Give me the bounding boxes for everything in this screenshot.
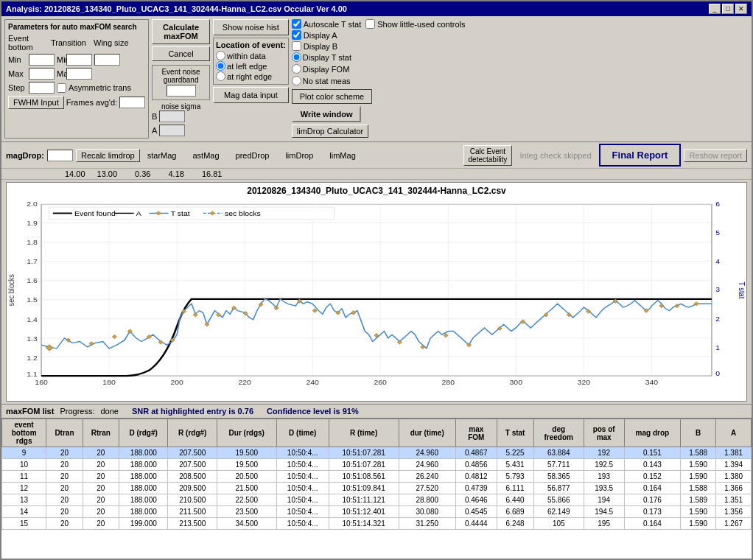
- table-cell: 58.365: [533, 471, 584, 483]
- table-cell: 1.381: [716, 447, 752, 459]
- show-little-used-checkbox[interactable]: [365, 19, 375, 29]
- step-label: Step: [8, 83, 27, 92]
- final-report-button[interactable]: Final Report: [599, 144, 682, 167]
- reshow-report-button[interactable]: Reshow report: [684, 149, 747, 162]
- svg-text:1.6: 1.6: [27, 277, 38, 284]
- table-cell: 211.500: [168, 506, 217, 518]
- close-button[interactable]: ✕: [735, 4, 747, 14]
- noise-b-input[interactable]: 0.14: [159, 111, 185, 122]
- table-cell: 20: [46, 459, 83, 471]
- calculate-button[interactable]: Calculate maxFOM: [152, 19, 210, 44]
- table-cell: 10:50:4...: [276, 483, 329, 494]
- svg-text:1.2: 1.2: [27, 354, 38, 361]
- write-window-button[interactable]: Write window: [292, 106, 362, 122]
- noise-b-label: B: [152, 112, 157, 121]
- max-transition-input[interactable]: 20: [66, 68, 92, 80]
- at-right-edge-radio[interactable]: [216, 71, 225, 81]
- table-cell: 31.250: [399, 518, 455, 530]
- recalc-limdrop-button[interactable]: Recalc limdrop: [76, 149, 140, 162]
- main-content: Parameters for auto maxFOM search Event …: [1, 16, 752, 559]
- params-title: Parameters for auto maxFOM search: [8, 23, 145, 31]
- noise-a-input[interactable]: 0.10: [159, 125, 185, 136]
- step-input[interactable]: 1: [29, 82, 55, 94]
- no-stat-radio[interactable]: [292, 76, 301, 85]
- table-cell: 10:50:4...: [276, 494, 329, 506]
- table-row[interactable]: 142020188.000211.50023.50010:50:4...10:5…: [2, 506, 752, 518]
- asymmetric-checkbox[interactable]: [57, 83, 66, 93]
- autoscale-checkbox[interactable]: [292, 19, 301, 29]
- col-dur-time: dur (time): [399, 419, 455, 447]
- table-cell: 19.500: [217, 447, 276, 459]
- chart-area: 20120826_134340_Pluto_UCAC3_141_302444-H…: [6, 182, 747, 402]
- table-row[interactable]: 122020188.000209.50021.50010:50:4...10:5…: [2, 483, 752, 494]
- display-fom-radio[interactable]: [292, 64, 301, 74]
- table-cell: 20: [83, 518, 119, 530]
- table-row[interactable]: 152020199.000213.50034.50010:50:4...10:5…: [2, 518, 752, 530]
- lim-mag-value: 16.81: [202, 169, 223, 178]
- min-transition-input[interactable]: 20: [66, 54, 92, 66]
- table-cell: 193: [584, 471, 624, 483]
- svg-text:1.9: 1.9: [27, 220, 38, 227]
- mag-drop-label: magDrop:: [6, 151, 44, 160]
- table-row[interactable]: 92020188.000207.50019.50010:50:4...10:51…: [2, 447, 752, 459]
- table-cell: 0.151: [624, 447, 681, 459]
- svg-text:260: 260: [374, 379, 388, 386]
- maxfom-list-label: maxFOM list: [6, 407, 54, 416]
- lim-drop-calc-button[interactable]: limDrop Calculator: [292, 125, 368, 138]
- show-noise-hist-button[interactable]: Show noise hist: [213, 19, 289, 35]
- table-cell: 1.267: [716, 518, 752, 530]
- table-row[interactable]: 112020188.000208.50020.50010:50:4...10:5…: [2, 471, 752, 483]
- display-b-checkbox[interactable]: [292, 41, 301, 51]
- table-container[interactable]: eventbottomrdgs Dtran Rtran D (rdg#) R (…: [1, 419, 752, 559]
- maximize-button[interactable]: □: [722, 4, 734, 14]
- min-row: Min 5 Min 20 200: [8, 54, 145, 66]
- mag-data-input-button[interactable]: Mag data input: [213, 87, 289, 103]
- table-cell: 20: [83, 483, 119, 494]
- col-mag-drop: mag drop: [624, 419, 681, 447]
- table-cell: 209.500: [168, 483, 217, 494]
- top-panel: Parameters for auto maxFOM search Event …: [1, 16, 752, 142]
- svg-text:sec blocks: sec blocks: [225, 210, 261, 217]
- max-event-input[interactable]: 20: [29, 68, 55, 80]
- col-b: B: [681, 419, 716, 447]
- table-cell: 57.711: [533, 459, 584, 471]
- display-t-radio[interactable]: [292, 52, 301, 62]
- mag-drop-input[interactable]: 0.36: [47, 150, 73, 161]
- cancel-button[interactable]: Cancel: [152, 46, 210, 61]
- display-a-checkbox[interactable]: [292, 30, 301, 40]
- plot-color-scheme-button[interactable]: Plot color scheme: [292, 89, 372, 104]
- col-dtran: Dtran: [46, 419, 83, 447]
- table-cell: 207.500: [168, 459, 217, 471]
- table-cell: 5.793: [497, 471, 533, 483]
- table-cell: 6.111: [497, 483, 533, 494]
- wing-size-input[interactable]: 200: [94, 54, 120, 66]
- table-cell: 1.356: [716, 506, 752, 518]
- within-data-radio[interactable]: [216, 51, 225, 60]
- table-cell: 15: [2, 518, 46, 530]
- table-cell: 188.000: [119, 459, 168, 471]
- confidence-label: Confidence level is 91%: [267, 407, 359, 416]
- chart-svg: 2.0 1.9 1.8 1.7 1.6 1.5 1.4 1.3 1.2 1.1 …: [7, 197, 746, 396]
- event-noise-input[interactable]: 0: [167, 85, 196, 97]
- col-event-bottom: eventbottomrdgs: [2, 419, 46, 447]
- svg-text:220: 220: [238, 379, 251, 386]
- svg-text:T stat: T stat: [737, 281, 746, 298]
- table-cell: 1.588: [681, 447, 716, 459]
- min-event-input[interactable]: 5: [29, 54, 55, 66]
- table-cell: 192: [584, 447, 624, 459]
- at-right-edge-row: at right edge: [216, 71, 286, 81]
- table-cell: 20: [46, 518, 83, 530]
- display-b-row: Display B: [292, 41, 361, 51]
- at-left-edge-radio[interactable]: [216, 61, 225, 71]
- calc-event-button[interactable]: Calc Event detectability: [463, 145, 513, 166]
- table-row[interactable]: 132020188.000210.50022.50010:50:4...10:5…: [2, 494, 752, 506]
- svg-text:4: 4: [715, 258, 720, 265]
- bottom-header: maxFOM list Progress: done SNR at highli…: [1, 405, 752, 419]
- table-cell: 14: [2, 506, 46, 518]
- minimize-button[interactable]: _: [709, 4, 721, 14]
- table-row[interactable]: 102020188.000207.50019.50010:50:4...10:5…: [2, 459, 752, 471]
- frames-avgd-input[interactable]: 1: [119, 97, 145, 108]
- svg-text:Event found: Event found: [74, 210, 116, 217]
- fwhm-input-button[interactable]: FWHM Input: [8, 96, 64, 109]
- table-cell: 20: [83, 471, 119, 483]
